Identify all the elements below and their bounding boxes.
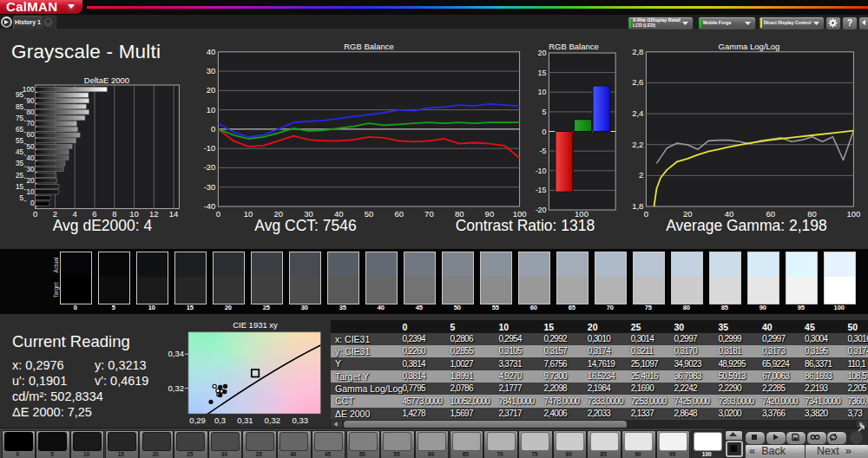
svg-text:Gamma Log/Log: Gamma Log/Log <box>719 42 780 51</box>
svg-text:0,31: 0,31 <box>237 415 253 425</box>
svg-text:100: 100 <box>23 86 35 94</box>
svg-text:RGB Balance: RGB Balance <box>344 42 394 51</box>
svg-text:2,8: 2,8 <box>632 47 643 56</box>
svg-text:2,2: 2,2 <box>632 140 643 149</box>
svg-text:0,29: 0,29 <box>189 415 206 425</box>
svg-text:85: 85 <box>16 103 24 111</box>
svg-text:10: 10 <box>538 88 547 96</box>
svg-text:50: 50 <box>26 143 35 151</box>
svg-text:5: 5 <box>19 194 23 202</box>
svg-text:65: 65 <box>16 126 24 134</box>
svg-text:-10: -10 <box>204 143 216 153</box>
svg-text:0,32: 0,32 <box>265 415 281 425</box>
svg-text:20: 20 <box>538 49 547 57</box>
svg-text:-40: -40 <box>204 201 216 211</box>
svg-text:15: 15 <box>538 69 547 77</box>
svg-text:0,32: 0,32 <box>168 383 185 393</box>
svg-text:2: 2 <box>639 170 643 180</box>
svg-text:30: 30 <box>26 166 35 173</box>
svg-text:15: 15 <box>16 183 24 191</box>
svg-text:5: 5 <box>542 108 546 116</box>
svg-text:20: 20 <box>207 85 216 95</box>
svg-text:-30: -30 <box>204 182 216 192</box>
svg-text:20: 20 <box>26 177 35 185</box>
svg-text:80: 80 <box>26 108 35 116</box>
svg-text:2,6: 2,6 <box>632 77 643 87</box>
svg-text:0: 0 <box>211 124 215 134</box>
svg-text:40: 40 <box>26 154 35 162</box>
svg-text:0,34: 0,34 <box>168 349 185 358</box>
svg-text:-20: -20 <box>536 206 547 214</box>
svg-text:CIE 1931 xy: CIE 1931 xy <box>233 320 278 330</box>
svg-text:35: 35 <box>16 160 24 167</box>
svg-text:25: 25 <box>16 172 24 180</box>
svg-text:30: 30 <box>207 66 216 75</box>
svg-text:0: 0 <box>542 128 546 136</box>
svg-text:10: 10 <box>26 188 35 196</box>
svg-text:90: 90 <box>26 97 35 105</box>
svg-text:0,33: 0,33 <box>293 415 309 425</box>
svg-text:RGB Balance: RGB Balance <box>549 42 599 51</box>
svg-text:60: 60 <box>26 131 35 139</box>
svg-text:10: 10 <box>207 105 216 114</box>
svg-text:1,8: 1,8 <box>632 201 643 211</box>
svg-text:0,3: 0,3 <box>214 415 226 425</box>
svg-text:-10: -10 <box>536 167 547 175</box>
svg-text:-5: -5 <box>540 147 547 155</box>
svg-text:2,4: 2,4 <box>632 108 643 118</box>
svg-text:70: 70 <box>26 120 35 128</box>
svg-text:55: 55 <box>16 137 24 145</box>
svg-text:75: 75 <box>16 114 24 122</box>
svg-text:95: 95 <box>16 91 24 99</box>
svg-text:-15: -15 <box>536 186 547 194</box>
svg-text:40: 40 <box>207 47 216 56</box>
svg-text:45: 45 <box>16 148 24 156</box>
svg-text:DeltaE 2000: DeltaE 2000 <box>84 75 129 85</box>
svg-text:-20: -20 <box>204 162 216 172</box>
svg-text:0: 0 <box>30 200 35 207</box>
